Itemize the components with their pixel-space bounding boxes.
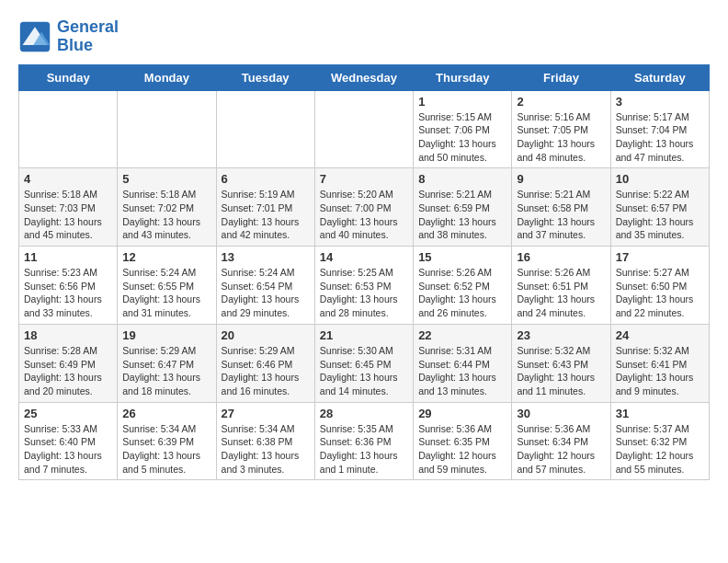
calendar-cell: 6Sunrise: 5:19 AM Sunset: 7:01 PM Daylig…	[216, 168, 314, 247]
day-number: 29	[418, 407, 506, 420]
day-info: Sunrise: 5:29 AM Sunset: 6:46 PM Dayligh…	[222, 344, 310, 398]
day-info: Sunrise: 5:20 AM Sunset: 7:00 PM Dayligh…	[320, 188, 408, 242]
calendar-cell	[314, 90, 413, 168]
day-info: Sunrise: 5:17 AM Sunset: 7:04 PM Dayligh…	[616, 110, 704, 165]
calendar-cell: 21Sunrise: 5:30 AM Sunset: 6:45 PM Dayli…	[314, 324, 413, 402]
calendar-cell: 27Sunrise: 5:34 AM Sunset: 6:38 PM Dayli…	[216, 402, 314, 480]
day-number: 3	[616, 95, 704, 109]
day-number: 20	[222, 328, 310, 342]
day-number: 19	[122, 328, 210, 342]
header-sunday: Sunday	[19, 64, 118, 90]
calendar-cell: 1Sunrise: 5:15 AM Sunset: 7:06 PM Daylig…	[414, 90, 512, 168]
page-header: General Blue	[18, 18, 710, 55]
day-number: 25	[24, 407, 112, 420]
calendar-cell: 15Sunrise: 5:26 AM Sunset: 6:52 PM Dayli…	[414, 247, 512, 325]
day-info: Sunrise: 5:29 AM Sunset: 6:47 PM Dayligh…	[122, 344, 210, 398]
calendar-cell: 7Sunrise: 5:20 AM Sunset: 7:00 PM Daylig…	[314, 168, 413, 247]
day-info: Sunrise: 5:24 AM Sunset: 6:54 PM Dayligh…	[222, 266, 310, 320]
day-info: Sunrise: 5:24 AM Sunset: 6:55 PM Dayligh…	[122, 266, 210, 320]
day-info: Sunrise: 5:32 AM Sunset: 6:43 PM Dayligh…	[517, 344, 605, 398]
day-number: 11	[24, 250, 112, 264]
header-tuesday: Tuesday	[216, 64, 314, 90]
day-number: 28	[320, 407, 408, 420]
calendar-cell: 2Sunrise: 5:16 AM Sunset: 7:05 PM Daylig…	[512, 90, 610, 168]
day-number: 14	[320, 250, 408, 264]
day-info: Sunrise: 5:23 AM Sunset: 6:56 PM Dayligh…	[24, 266, 112, 320]
calendar-cell: 3Sunrise: 5:17 AM Sunset: 7:04 PM Daylig…	[610, 90, 709, 168]
logo: General Blue	[18, 18, 119, 55]
day-number: 4	[24, 172, 112, 186]
day-number: 5	[122, 172, 210, 186]
day-info: Sunrise: 5:33 AM Sunset: 6:40 PM Dayligh…	[24, 422, 112, 477]
calendar-cell: 25Sunrise: 5:33 AM Sunset: 6:40 PM Dayli…	[19, 402, 118, 480]
calendar-cell: 24Sunrise: 5:32 AM Sunset: 6:41 PM Dayli…	[610, 324, 709, 402]
header-monday: Monday	[118, 64, 216, 90]
day-info: Sunrise: 5:27 AM Sunset: 6:50 PM Dayligh…	[616, 266, 704, 320]
week-row-1: 1Sunrise: 5:15 AM Sunset: 7:06 PM Daylig…	[19, 90, 710, 168]
week-row-2: 4Sunrise: 5:18 AM Sunset: 7:03 PM Daylig…	[19, 168, 710, 247]
header-thursday: Thursday	[414, 64, 512, 90]
calendar-cell: 23Sunrise: 5:32 AM Sunset: 6:43 PM Dayli…	[512, 324, 610, 402]
day-info: Sunrise: 5:34 AM Sunset: 6:39 PM Dayligh…	[122, 422, 210, 477]
calendar-cell: 17Sunrise: 5:27 AM Sunset: 6:50 PM Dayli…	[610, 247, 709, 325]
day-number: 16	[517, 250, 605, 264]
calendar-cell: 20Sunrise: 5:29 AM Sunset: 6:46 PM Dayli…	[216, 324, 314, 402]
day-info: Sunrise: 5:37 AM Sunset: 6:32 PM Dayligh…	[616, 422, 704, 477]
calendar-cell: 16Sunrise: 5:26 AM Sunset: 6:51 PM Dayli…	[512, 247, 610, 325]
day-info: Sunrise: 5:28 AM Sunset: 6:49 PM Dayligh…	[24, 344, 112, 398]
calendar-cell: 31Sunrise: 5:37 AM Sunset: 6:32 PM Dayli…	[610, 402, 709, 480]
calendar-cell: 9Sunrise: 5:21 AM Sunset: 6:58 PM Daylig…	[512, 168, 610, 247]
day-number: 21	[320, 328, 408, 342]
day-number: 1	[418, 95, 506, 109]
header-friday: Friday	[512, 64, 610, 90]
calendar-cell: 28Sunrise: 5:35 AM Sunset: 6:36 PM Dayli…	[314, 402, 413, 480]
week-row-4: 18Sunrise: 5:28 AM Sunset: 6:49 PM Dayli…	[19, 324, 710, 402]
logo-text: General Blue	[57, 18, 119, 55]
day-info: Sunrise: 5:19 AM Sunset: 7:01 PM Dayligh…	[222, 188, 310, 242]
day-number: 6	[222, 172, 310, 186]
day-number: 24	[616, 328, 704, 342]
calendar-cell: 11Sunrise: 5:23 AM Sunset: 6:56 PM Dayli…	[19, 247, 118, 325]
week-row-3: 11Sunrise: 5:23 AM Sunset: 6:56 PM Dayli…	[19, 247, 710, 325]
day-number: 26	[122, 407, 210, 420]
day-info: Sunrise: 5:16 AM Sunset: 7:05 PM Dayligh…	[517, 110, 605, 165]
day-number: 12	[122, 250, 210, 264]
day-info: Sunrise: 5:21 AM Sunset: 6:59 PM Dayligh…	[418, 188, 506, 242]
day-info: Sunrise: 5:35 AM Sunset: 6:36 PM Dayligh…	[320, 422, 408, 477]
calendar-cell: 10Sunrise: 5:22 AM Sunset: 6:57 PM Dayli…	[610, 168, 709, 247]
logo-icon	[18, 20, 51, 53]
day-number: 7	[320, 172, 408, 186]
calendar-cell: 30Sunrise: 5:36 AM Sunset: 6:34 PM Dayli…	[512, 402, 610, 480]
day-info: Sunrise: 5:15 AM Sunset: 7:06 PM Dayligh…	[418, 110, 506, 165]
day-info: Sunrise: 5:18 AM Sunset: 7:03 PM Dayligh…	[24, 188, 112, 242]
day-info: Sunrise: 5:36 AM Sunset: 6:35 PM Dayligh…	[418, 422, 506, 477]
calendar-cell: 26Sunrise: 5:34 AM Sunset: 6:39 PM Dayli…	[118, 402, 216, 480]
calendar-table: SundayMondayTuesdayWednesdayThursdayFrid…	[18, 64, 710, 481]
day-number: 13	[222, 250, 310, 264]
day-info: Sunrise: 5:31 AM Sunset: 6:44 PM Dayligh…	[418, 344, 506, 398]
calendar-cell: 14Sunrise: 5:25 AM Sunset: 6:53 PM Dayli…	[314, 247, 413, 325]
week-row-5: 25Sunrise: 5:33 AM Sunset: 6:40 PM Dayli…	[19, 402, 710, 480]
day-info: Sunrise: 5:18 AM Sunset: 7:02 PM Dayligh…	[122, 188, 210, 242]
day-number: 23	[517, 328, 605, 342]
day-info: Sunrise: 5:36 AM Sunset: 6:34 PM Dayligh…	[517, 422, 605, 477]
calendar-cell: 19Sunrise: 5:29 AM Sunset: 6:47 PM Dayli…	[118, 324, 216, 402]
calendar-cell: 12Sunrise: 5:24 AM Sunset: 6:55 PM Dayli…	[118, 247, 216, 325]
day-number: 15	[418, 250, 506, 264]
day-info: Sunrise: 5:21 AM Sunset: 6:58 PM Dayligh…	[517, 188, 605, 242]
day-info: Sunrise: 5:25 AM Sunset: 6:53 PM Dayligh…	[320, 266, 408, 320]
day-number: 8	[418, 172, 506, 186]
day-info: Sunrise: 5:26 AM Sunset: 6:51 PM Dayligh…	[517, 266, 605, 320]
day-info: Sunrise: 5:34 AM Sunset: 6:38 PM Dayligh…	[222, 422, 310, 477]
day-info: Sunrise: 5:32 AM Sunset: 6:41 PM Dayligh…	[616, 344, 704, 398]
calendar-cell	[19, 90, 118, 168]
calendar-cell: 5Sunrise: 5:18 AM Sunset: 7:02 PM Daylig…	[118, 168, 216, 247]
day-info: Sunrise: 5:30 AM Sunset: 6:45 PM Dayligh…	[320, 344, 408, 398]
calendar-cell	[216, 90, 314, 168]
calendar-cell: 18Sunrise: 5:28 AM Sunset: 6:49 PM Dayli…	[19, 324, 118, 402]
calendar-cell: 22Sunrise: 5:31 AM Sunset: 6:44 PM Dayli…	[414, 324, 512, 402]
day-number: 17	[616, 250, 704, 264]
day-number: 18	[24, 328, 112, 342]
day-number: 22	[418, 328, 506, 342]
day-info: Sunrise: 5:26 AM Sunset: 6:52 PM Dayligh…	[418, 266, 506, 320]
